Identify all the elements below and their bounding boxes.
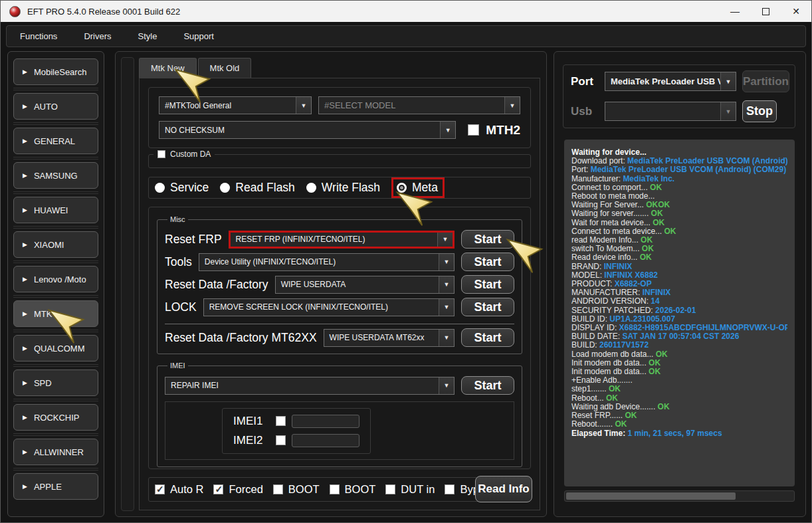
log-line: Download port: MediaTek PreLoader USB VC… xyxy=(571,157,787,165)
misc-dropdown[interactable]: Device Utility (INFINIX/TECNO/ITEL)▼ xyxy=(199,253,455,271)
checkbox[interactable] xyxy=(385,484,395,494)
start-button[interactable]: Start xyxy=(461,253,514,271)
radio-unselected[interactable] xyxy=(220,183,230,193)
tab-mtk-new[interactable]: Mtk New xyxy=(139,58,197,78)
stop-button[interactable]: Stop xyxy=(742,100,777,122)
mode-option-write-flash[interactable]: Write Flash xyxy=(306,181,380,195)
misc-dropdown[interactable]: RESET FRP (INFINIX/TECNO/ITEL)▼ xyxy=(229,231,455,249)
scrollbar-thumb[interactable] xyxy=(566,492,736,500)
misc-dropdown[interactable]: REMOVE SCREEN LOCK (INFINIX/TECNO/ITEL)▼ xyxy=(203,298,455,316)
play-icon: ▶ xyxy=(23,173,27,179)
imei-checkbox[interactable] xyxy=(276,416,286,426)
mth2-checkbox[interactable] xyxy=(468,124,479,136)
usb-dropdown[interactable]: ▼ xyxy=(605,102,736,121)
read-info-button[interactable]: Read Info xyxy=(475,476,532,502)
log-line: step1....... OK xyxy=(571,385,787,393)
mode-option-service[interactable]: Service xyxy=(155,181,209,195)
imei-checkbox[interactable] xyxy=(276,435,286,445)
footer-option-boot[interactable]: BOOT xyxy=(273,483,320,496)
sidebar-separator xyxy=(13,261,98,263)
imei-operation-dropdown[interactable]: REPAIR IMEI ▼ xyxy=(165,377,455,395)
log-line: BUILD ID: UP1A.231005.007 xyxy=(571,315,787,324)
sidebar-item-label: MTK xyxy=(34,309,52,319)
start-button[interactable]: Start xyxy=(461,328,514,347)
sidebar-item-rockchip[interactable]: ▶ROCKCHIP xyxy=(13,404,98,431)
partition-button[interactable]: Partition xyxy=(742,70,789,92)
start-button[interactable]: Start xyxy=(461,230,514,249)
checkbox[interactable] xyxy=(155,484,165,494)
log-horizontal-scrollbar[interactable] xyxy=(564,490,795,502)
sidebar-item-apple[interactable]: ▶APPLE xyxy=(13,473,98,500)
chevron-down-icon: ▼ xyxy=(439,276,454,293)
menu-item-style[interactable]: Style xyxy=(138,31,157,41)
sidebar-item-spd[interactable]: ▶SPD xyxy=(13,369,98,396)
checkbox[interactable] xyxy=(213,484,223,494)
footer-option-auto-r[interactable]: Auto R xyxy=(155,483,203,496)
sidebar-item-lenovo-moto[interactable]: ▶Lenovo /Moto xyxy=(13,266,98,292)
misc-dropdown-value: REMOVE SCREEN LOCK (INFINIX/TECNO/ITEL) xyxy=(204,299,439,316)
sidebar-item-label: MobileSearch xyxy=(34,67,87,77)
sidebar-item-qualcomm[interactable]: ▶QUALCOMM xyxy=(13,335,98,362)
sidebar-item-huawei[interactable]: ▶HUAWEI xyxy=(13,197,98,223)
log-line: BRAND: INFINIX xyxy=(571,262,787,271)
log-line: PRODUCT: X6882-OP xyxy=(571,280,787,288)
minimize-button[interactable]: — xyxy=(720,1,750,22)
mode-option-meta[interactable]: Meta xyxy=(391,177,445,198)
imei-input[interactable] xyxy=(292,415,359,428)
tab-content: #MTKTool General ▼ #SELECT MODEL ▼ NO CH… xyxy=(139,78,540,510)
menu-item-support[interactable]: Support xyxy=(183,31,214,41)
sidebar-item-mtk[interactable]: ▶MTK xyxy=(13,300,98,327)
radio-unselected[interactable] xyxy=(306,183,316,193)
misc-rows: Reset FRPRESET FRP (INFINIX/TECNO/ITEL)▼… xyxy=(165,230,514,347)
checksum-dropdown[interactable]: NO CHECKSUM ▼ xyxy=(159,121,456,139)
config-row-1: #MTKTool General ▼ #SELECT MODEL ▼ xyxy=(159,96,520,114)
sidebar-separator xyxy=(13,226,98,229)
sidebar-item-mobilesearch[interactable]: ▶MobileSearch xyxy=(13,58,98,85)
model-dropdown[interactable]: #SELECT MODEL ▼ xyxy=(318,96,520,114)
footer-option-forced[interactable]: Forced xyxy=(213,483,262,496)
misc-dropdown[interactable]: WIPE USERDATA▼ xyxy=(275,276,455,294)
menu-item-drivers[interactable]: Drivers xyxy=(84,31,111,41)
chevron-down-icon: ▼ xyxy=(439,299,454,316)
footer-option-dut-in[interactable]: DUT in xyxy=(385,483,435,496)
custom-da-checkbox[interactable] xyxy=(157,150,165,158)
tab-mtk-old[interactable]: Mtk Old xyxy=(198,58,252,78)
imei-field-row: IMEI2 xyxy=(233,434,359,447)
chevron-down-icon: ▼ xyxy=(504,97,520,114)
sidebar-item-xiaomi[interactable]: ▶XIAOMI xyxy=(13,231,98,258)
menu-item-functions[interactable]: Functions xyxy=(20,31,57,41)
radio-unselected[interactable] xyxy=(155,183,165,193)
checksum-dropdown-value: NO CHECKSUM xyxy=(159,122,440,138)
start-button[interactable]: Start xyxy=(461,298,514,316)
checkbox[interactable] xyxy=(445,484,455,494)
checkbox[interactable] xyxy=(330,484,340,494)
misc-dropdown-value: WIPE USERDATA MT62xx xyxy=(324,330,439,346)
sidebar: ▶MobileSearch▶AUTO▶GENERAL▶SAMSUNG▶HUAWE… xyxy=(7,51,104,517)
imei-field-label: IMEI1 xyxy=(233,415,270,428)
imei-input[interactable] xyxy=(292,434,359,447)
sidebar-item-general[interactable]: ▶GENERAL xyxy=(13,128,98,154)
sidebar-separator xyxy=(13,364,98,367)
mode-label: Service xyxy=(170,181,209,195)
usb-label: Usb xyxy=(571,105,599,118)
maximize-icon xyxy=(762,8,769,15)
play-icon: ▶ xyxy=(23,207,27,213)
port-dropdown[interactable]: MediaTek PreLoader USB VCOM (Android) (C… xyxy=(605,72,736,91)
close-button[interactable]: ✕ xyxy=(781,1,811,22)
sidebar-item-auto[interactable]: ▶AUTO xyxy=(13,93,98,120)
imei-start-button[interactable]: Start xyxy=(461,376,514,395)
radio-selected[interactable] xyxy=(397,183,407,193)
sidebar-item-allwinner[interactable]: ▶ALLWINNER xyxy=(13,439,98,465)
sidebar-item-label: ROCKCHIP xyxy=(34,413,80,423)
maximize-button[interactable] xyxy=(750,1,781,22)
footer-option-boot[interactable]: BOOT xyxy=(330,483,376,496)
config-row-2: NO CHECKSUM ▼ MTH2 xyxy=(159,121,520,139)
sidebar-item-samsung[interactable]: ▶SAMSUNG xyxy=(13,162,98,189)
start-button[interactable]: Start xyxy=(461,275,514,294)
log-line: DISPLAY ID: X6882-H8915ABCDFGHIJLMNOPRVW… xyxy=(571,324,787,332)
mtktool-dropdown[interactable]: #MTKTool General ▼ xyxy=(159,96,312,114)
mode-option-read-flash[interactable]: Read Flash xyxy=(220,181,295,195)
misc-dropdown[interactable]: WIPE USERDATA MT62xx▼ xyxy=(324,329,455,347)
imei-field-row: IMEI1 xyxy=(233,415,359,428)
checkbox[interactable] xyxy=(273,484,283,494)
